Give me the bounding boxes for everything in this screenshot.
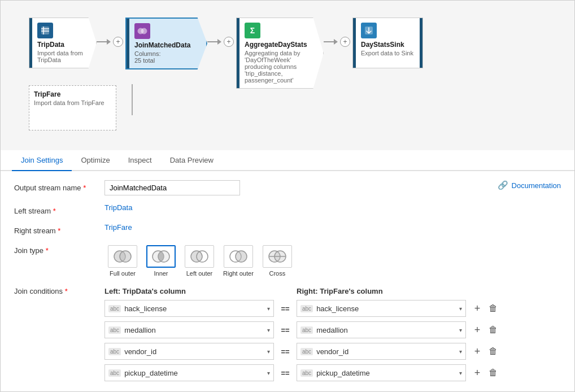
cross-label: Cross <box>269 270 285 277</box>
add-condition-btn-3[interactable]: + <box>471 366 484 380</box>
add-after-aggregate-btn[interactable]: + <box>340 37 350 47</box>
add-condition-btn-2[interactable]: + <box>471 345 484 358</box>
join-icon-inner <box>146 245 176 268</box>
tab-join-settings[interactable]: Join Settings <box>12 150 72 171</box>
connector-1: + <box>97 37 125 47</box>
join-option-right-outer[interactable]: Right outer <box>220 243 257 279</box>
right-field-1[interactable]: abc medallion ▾ <box>297 321 466 338</box>
right-field-3[interactable]: abc pickup_datetime ▾ <box>297 364 466 381</box>
join-title: JoinMatchedData <box>134 41 202 49</box>
right-field-arrow-3: ▾ <box>459 370 462 376</box>
cross-svg <box>267 249 288 264</box>
join-type-label: Join type * <box>14 243 104 255</box>
left-field-text-3: pickup_datetime <box>124 369 267 377</box>
right-type-badge-1: abc <box>300 326 313 334</box>
inner-label: Inner <box>154 270 168 277</box>
condition-rows: abc hack_license ▾ == abc hack_license ▾… <box>104 300 561 381</box>
right-col-header: Right: TripFare's column <box>297 287 466 295</box>
right-stream-link[interactable]: TripFare <box>104 223 132 232</box>
right-field-text-3: pickup_datetime <box>316 369 459 377</box>
right-stream-row: Right stream * TripFare <box>14 223 561 235</box>
delete-condition-btn-1[interactable]: 🗑 <box>486 323 500 337</box>
aggregate-node[interactable]: Σ AggregateDayStats Aggregating data by … <box>236 18 324 89</box>
left-field-0[interactable]: abc hack_license ▾ <box>104 300 274 317</box>
condition-row-0: abc hack_license ▾ == abc hack_license ▾… <box>104 300 561 317</box>
vertical-connector <box>132 84 133 115</box>
left-col-header: Left: TripData's column <box>104 287 274 295</box>
join-option-cross[interactable]: Cross <box>259 243 295 279</box>
required-star-right: * <box>58 227 60 235</box>
tab-data-preview[interactable]: Data Preview <box>161 150 223 171</box>
join-icon-full-outer <box>108 245 137 268</box>
pipeline-area: TripData Import data from TripData + <box>1 1 574 150</box>
left-type-badge-2: abc <box>108 348 121 355</box>
full-outer-svg <box>112 249 133 264</box>
aggregate-icon: Σ <box>245 23 260 38</box>
left-stream-link[interactable]: TripData <box>104 203 132 212</box>
tripdata-node[interactable]: TripData Import data from TripData <box>29 18 97 68</box>
aggregate-desc: Aggregating data by 'DayOfTheWeek' produ… <box>245 50 319 84</box>
tab-inspect[interactable]: Inspect <box>119 150 161 171</box>
right-field-text-1: medallion <box>316 326 459 334</box>
join-icon-right-outer <box>224 245 253 268</box>
join-desc: Columns:25 total <box>134 50 202 64</box>
tripdata-title: TripData <box>37 41 92 49</box>
inner-svg <box>151 249 171 264</box>
documentation-link[interactable]: 🔗 Documentation <box>498 180 561 190</box>
sink-icon <box>361 23 377 38</box>
join-node[interactable]: JoinMatchedData Columns:25 total <box>125 18 207 69</box>
right-field-2[interactable]: abc vendor_id ▾ <box>297 343 466 360</box>
left-type-badge-3: abc <box>108 369 121 377</box>
join-type-row: Join type * Full outer <box>14 243 561 279</box>
add-after-join-btn[interactable]: + <box>224 37 234 47</box>
join-icon <box>134 23 150 39</box>
left-field-2[interactable]: abc vendor_id ▾ <box>104 343 274 360</box>
right-field-0[interactable]: abc hack_license ▾ <box>297 300 466 317</box>
sink-desc: Export data to Sink <box>361 50 418 56</box>
connector-2: + <box>207 37 236 47</box>
add-condition-btn-1[interactable]: + <box>471 323 484 337</box>
left-type-badge-0: abc <box>108 305 121 312</box>
join-type-selector: Full outer Inner <box>104 243 561 279</box>
condition-row-3: abc pickup_datetime ▾ == abc pickup_date… <box>104 364 561 381</box>
left-stream-value: TripData <box>104 203 561 212</box>
add-condition-btn-0[interactable]: + <box>471 302 484 315</box>
output-stream-row: Output stream name * 🔗 Documentation <box>14 180 561 195</box>
required-star-output: * <box>83 184 86 192</box>
connector-3: + <box>324 37 352 47</box>
left-field-arrow-0: ▾ <box>267 306 270 312</box>
required-star-left: * <box>53 207 56 215</box>
row-actions-2: + 🗑 <box>471 345 500 358</box>
left-field-arrow-2: ▾ <box>267 349 270 355</box>
output-stream-value <box>104 180 475 195</box>
tabs-bar: Join Settings Optimize Inspect Data Prev… <box>1 150 574 171</box>
right-field-text-0: hack_license <box>316 304 459 313</box>
delete-condition-btn-0[interactable]: 🗑 <box>486 302 500 315</box>
sink-node[interactable]: DayStatsSink Export data to Sink <box>352 18 423 68</box>
tripdata-desc: Import data from TripData <box>37 50 92 63</box>
add-after-source-btn[interactable]: + <box>113 37 123 47</box>
left-field-1[interactable]: abc medallion ▾ <box>104 321 274 338</box>
left-field-arrow-3: ▾ <box>267 370 270 376</box>
left-outer-label: Left outer <box>186 270 212 277</box>
tripfare-node[interactable]: TripFare Import data from TripFare <box>29 85 116 130</box>
right-type-badge-3: abc <box>300 369 313 377</box>
tab-optimize[interactable]: Optimize <box>72 150 119 171</box>
join-option-left-outer[interactable]: Left outer <box>181 243 217 279</box>
conditions-headers: Left: TripData's column Right: TripFare'… <box>104 287 561 295</box>
required-star-join: * <box>46 246 49 255</box>
left-type-badge-1: abc <box>108 326 121 334</box>
join-icon-left-outer <box>185 245 214 268</box>
svg-rect-0 <box>41 27 49 34</box>
delete-condition-btn-3[interactable]: 🗑 <box>486 366 500 380</box>
join-option-full-outer[interactable]: Full outer <box>104 243 141 279</box>
row-actions-3: + 🗑 <box>471 366 500 380</box>
delete-condition-btn-2[interactable]: 🗑 <box>486 345 500 358</box>
eq-sign-1: == <box>274 326 297 334</box>
join-option-inner[interactable]: Inner <box>143 243 179 279</box>
join-conditions-label: Join conditions * <box>14 287 104 295</box>
left-outer-svg <box>189 249 210 264</box>
output-stream-label: Output stream name * <box>14 180 104 192</box>
output-stream-input[interactable] <box>104 180 240 195</box>
left-field-3[interactable]: abc pickup_datetime ▾ <box>104 364 274 381</box>
